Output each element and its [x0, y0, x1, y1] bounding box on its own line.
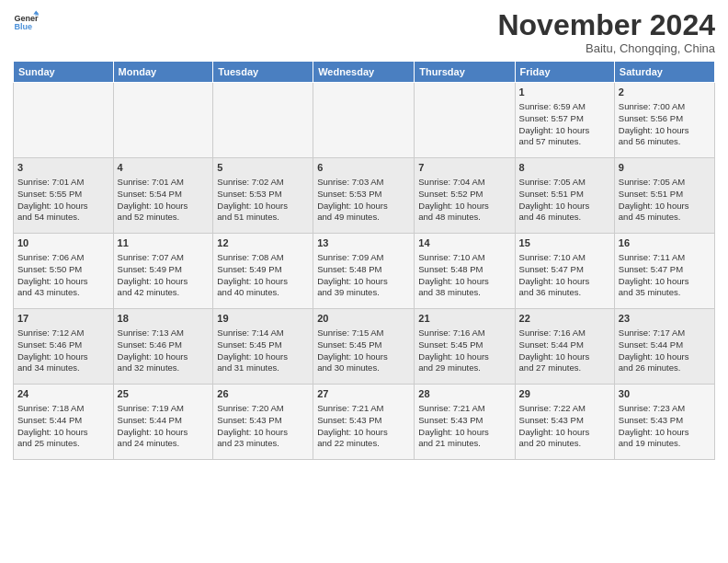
weekday-header-wednesday: Wednesday [313, 62, 415, 83]
day-number: 2 [619, 86, 711, 99]
day-number: 22 [519, 312, 610, 326]
week-row-3: 10Sunrise: 7:06 AMSunset: 5:50 PMDayligh… [14, 234, 715, 309]
calendar-container: General Blue November 2024 Baitu, Chongq… [0, 0, 728, 465]
week-row-1: 1Sunrise: 6:59 AMSunset: 5:57 PMDaylight… [14, 83, 715, 158]
day-number: 3 [17, 161, 109, 175]
calendar-cell: 28Sunrise: 7:21 AMSunset: 5:43 PMDayligh… [415, 385, 515, 460]
calendar-cell: 10Sunrise: 7:06 AMSunset: 5:50 PMDayligh… [14, 234, 114, 309]
day-number: 28 [418, 387, 510, 401]
weekday-header-tuesday: Tuesday [213, 62, 313, 83]
week-row-4: 17Sunrise: 7:12 AMSunset: 5:46 PMDayligh… [14, 309, 715, 385]
day-number: 10 [17, 236, 109, 250]
day-number: 15 [519, 236, 610, 250]
calendar-cell: 16Sunrise: 7:11 AMSunset: 5:47 PMDayligh… [614, 234, 714, 309]
weekday-header-row: SundayMondayTuesdayWednesdayThursdayFrid… [14, 62, 715, 83]
svg-text:General: General [14, 14, 39, 23]
calendar-cell: 1Sunrise: 6:59 AMSunset: 5:57 PMDaylight… [515, 83, 614, 158]
calendar-cell: 3Sunrise: 7:01 AMSunset: 5:55 PMDaylight… [14, 158, 114, 234]
calendar-cell: 18Sunrise: 7:13 AMSunset: 5:46 PMDayligh… [113, 309, 213, 385]
calendar-cell: 14Sunrise: 7:10 AMSunset: 5:48 PMDayligh… [415, 234, 515, 309]
day-number: 9 [619, 161, 711, 175]
day-number: 4 [118, 161, 210, 175]
day-number: 7 [418, 161, 510, 175]
calendar-cell: 11Sunrise: 7:07 AMSunset: 5:49 PMDayligh… [113, 234, 213, 309]
calendar-cell: 9Sunrise: 7:05 AMSunset: 5:51 PMDaylight… [614, 158, 714, 234]
calendar-cell: 30Sunrise: 7:23 AMSunset: 5:43 PMDayligh… [614, 385, 714, 460]
day-number: 30 [619, 387, 711, 401]
day-number: 13 [317, 236, 410, 250]
day-number: 19 [217, 312, 309, 326]
calendar-cell [14, 83, 114, 158]
header-row: General Blue November 2024 Baitu, Chongq… [13, 9, 715, 55]
day-number: 23 [619, 312, 711, 326]
week-row-5: 24Sunrise: 7:18 AMSunset: 5:44 PMDayligh… [14, 385, 715, 460]
calendar-table: SundayMondayTuesdayWednesdayThursdayFrid… [13, 61, 715, 460]
title-block: November 2024 Baitu, Chongqing, China [497, 9, 715, 55]
calendar-cell: 6Sunrise: 7:03 AMSunset: 5:53 PMDaylight… [313, 158, 415, 234]
weekday-header-friday: Friday [515, 62, 614, 83]
calendar-cell [415, 83, 515, 158]
calendar-cell: 4Sunrise: 7:01 AMSunset: 5:54 PMDaylight… [113, 158, 213, 234]
day-number: 21 [418, 312, 510, 326]
logo: General Blue [13, 9, 39, 35]
day-number: 14 [418, 236, 510, 250]
weekday-header-monday: Monday [113, 62, 213, 83]
calendar-cell: 20Sunrise: 7:15 AMSunset: 5:45 PMDayligh… [313, 309, 415, 385]
calendar-cell: 13Sunrise: 7:09 AMSunset: 5:48 PMDayligh… [313, 234, 415, 309]
day-number: 11 [118, 236, 210, 250]
calendar-cell [213, 83, 313, 158]
logo-icon: General Blue [13, 9, 39, 35]
calendar-cell: 15Sunrise: 7:10 AMSunset: 5:47 PMDayligh… [515, 234, 614, 309]
calendar-cell: 25Sunrise: 7:19 AMSunset: 5:44 PMDayligh… [113, 385, 213, 460]
day-number: 27 [317, 387, 410, 401]
day-number: 1 [519, 86, 610, 99]
calendar-cell [113, 83, 213, 158]
day-number: 17 [17, 312, 109, 326]
calendar-cell: 17Sunrise: 7:12 AMSunset: 5:46 PMDayligh… [14, 309, 114, 385]
calendar-cell: 23Sunrise: 7:17 AMSunset: 5:44 PMDayligh… [614, 309, 714, 385]
day-number: 25 [118, 387, 210, 401]
calendar-cell [313, 83, 415, 158]
week-row-2: 3Sunrise: 7:01 AMSunset: 5:55 PMDaylight… [14, 158, 715, 234]
day-number: 29 [519, 387, 610, 401]
day-number: 6 [317, 161, 410, 175]
day-number: 26 [217, 387, 309, 401]
calendar-cell: 19Sunrise: 7:14 AMSunset: 5:45 PMDayligh… [213, 309, 313, 385]
calendar-cell: 5Sunrise: 7:02 AMSunset: 5:53 PMDaylight… [213, 158, 313, 234]
day-number: 5 [217, 161, 309, 175]
weekday-header-saturday: Saturday [614, 62, 714, 83]
day-number: 20 [317, 312, 410, 326]
calendar-cell: 8Sunrise: 7:05 AMSunset: 5:51 PMDaylight… [515, 158, 614, 234]
day-number: 12 [217, 236, 309, 250]
calendar-cell: 21Sunrise: 7:16 AMSunset: 5:45 PMDayligh… [415, 309, 515, 385]
weekday-header-thursday: Thursday [415, 62, 515, 83]
calendar-cell: 12Sunrise: 7:08 AMSunset: 5:49 PMDayligh… [213, 234, 313, 309]
calendar-cell: 24Sunrise: 7:18 AMSunset: 5:44 PMDayligh… [14, 385, 114, 460]
weekday-header-sunday: Sunday [14, 62, 114, 83]
day-number: 8 [519, 161, 610, 175]
calendar-cell: 26Sunrise: 7:20 AMSunset: 5:43 PMDayligh… [213, 385, 313, 460]
calendar-cell: 2Sunrise: 7:00 AMSunset: 5:56 PMDaylight… [614, 83, 714, 158]
day-number: 24 [17, 387, 109, 401]
location: Baitu, Chongqing, China [497, 41, 715, 55]
calendar-cell: 7Sunrise: 7:04 AMSunset: 5:52 PMDaylight… [415, 158, 515, 234]
day-number: 18 [118, 312, 210, 326]
month-title: November 2024 [497, 9, 715, 41]
calendar-cell: 27Sunrise: 7:21 AMSunset: 5:43 PMDayligh… [313, 385, 415, 460]
calendar-cell: 29Sunrise: 7:22 AMSunset: 5:43 PMDayligh… [515, 385, 614, 460]
svg-text:Blue: Blue [14, 22, 32, 31]
day-number: 16 [619, 236, 711, 250]
calendar-cell: 22Sunrise: 7:16 AMSunset: 5:44 PMDayligh… [515, 309, 614, 385]
